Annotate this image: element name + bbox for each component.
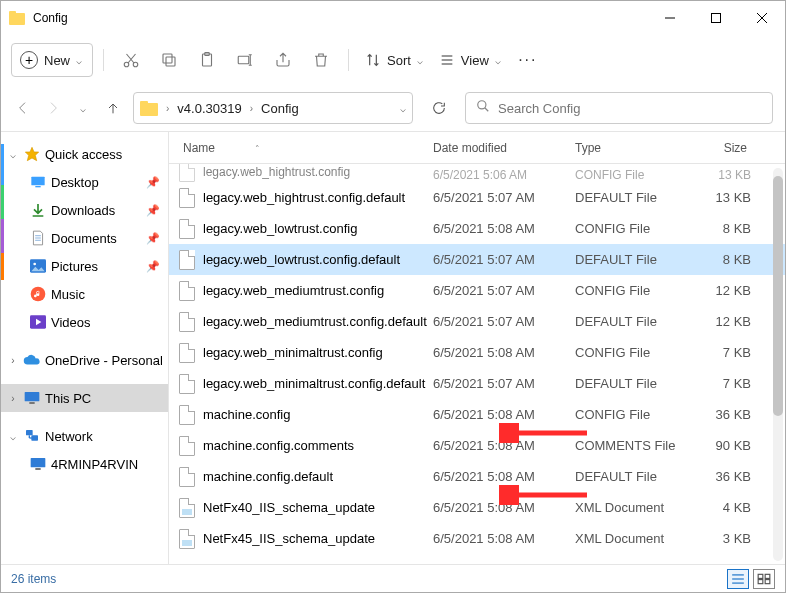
cut-button[interactable]: [114, 43, 148, 77]
breadcrumb[interactable]: v4.0.30319: [177, 101, 241, 116]
sidebar-network-computer[interactable]: 4RMINP4RVIN: [1, 450, 168, 478]
maximize-button[interactable]: [693, 1, 739, 35]
new-button[interactable]: + New ⌵: [11, 43, 93, 77]
minimize-button[interactable]: [647, 1, 693, 35]
recent-button[interactable]: ⌵: [73, 94, 93, 122]
rename-button[interactable]: [228, 43, 262, 77]
file-size: 13 KB: [697, 168, 751, 182]
document-icon: [29, 229, 47, 247]
file-row[interactable]: legacy.web_mediumtrust.config6/5/2021 5:…: [169, 275, 785, 306]
sidebar-quick-access[interactable]: ⌵ Quick access: [1, 140, 168, 168]
svg-rect-44: [758, 579, 763, 583]
forward-button[interactable]: [43, 94, 63, 122]
svg-point-14: [478, 101, 486, 109]
search-input[interactable]: [498, 101, 762, 116]
file-type: XML Document: [575, 500, 697, 515]
file-icon: [179, 436, 195, 456]
col-size[interactable]: Size: [697, 141, 763, 155]
file-date: 6/5/2021 5:07 AM: [433, 314, 575, 329]
file-row[interactable]: legacy.web_hightrust.config6/5/2021 5:06…: [169, 164, 785, 182]
file-list[interactable]: legacy.web_hightrust.config6/5/2021 5:06…: [169, 164, 785, 565]
refresh-button[interactable]: [423, 92, 455, 124]
details-view-button[interactable]: [727, 569, 749, 589]
thumbnails-view-button[interactable]: [753, 569, 775, 589]
sidebar-item-documents[interactable]: Documents 📌: [1, 224, 168, 252]
sidebar-this-pc[interactable]: › This PC: [1, 384, 168, 412]
sort-button[interactable]: Sort ⌵: [359, 43, 429, 77]
file-icon: [179, 219, 195, 239]
chevron-down-icon: ⌵: [417, 55, 423, 66]
file-row[interactable]: machine.config.default6/5/2021 5:08 AMDE…: [169, 461, 785, 492]
up-button[interactable]: [103, 94, 123, 122]
paste-button[interactable]: [190, 43, 224, 77]
delete-button[interactable]: [304, 43, 338, 77]
chevron-down-icon[interactable]: ⌵: [400, 103, 406, 114]
toolbar: + New ⌵ Sort ⌵ View ⌵ ···: [1, 35, 785, 85]
pin-icon: 📌: [146, 260, 160, 273]
sidebar-item-label: OneDrive - Personal: [45, 353, 163, 368]
breadcrumb[interactable]: Config: [261, 101, 299, 116]
file-icon: [179, 529, 195, 549]
sidebar-item-label: Quick access: [45, 147, 122, 162]
file-row[interactable]: legacy.web_minimaltrust.config6/5/2021 5…: [169, 337, 785, 368]
videos-icon: [29, 313, 47, 331]
file-row[interactable]: NetFx45_IIS_schema_update6/5/2021 5:08 A…: [169, 523, 785, 554]
file-size: 8 KB: [697, 252, 751, 267]
sidebar-item-label: Pictures: [51, 259, 98, 274]
sidebar: ⌵ Quick access Desktop 📌 Downloads 📌 Doc…: [1, 132, 169, 565]
scrollbar[interactable]: [773, 168, 783, 561]
svg-line-15: [485, 108, 489, 112]
sidebar-item-desktop[interactable]: Desktop 📌: [1, 168, 168, 196]
file-row[interactable]: machine.config6/5/2021 5:08 AMCONFIG Fil…: [169, 399, 785, 430]
file-row[interactable]: NetFx40_IIS_schema_update6/5/2021 5:08 A…: [169, 492, 785, 523]
chevron-right-icon: ›: [166, 103, 169, 114]
sidebar-item-pictures[interactable]: Pictures 📌: [1, 252, 168, 280]
more-button[interactable]: ···: [511, 43, 545, 77]
address-bar[interactable]: › v4.0.30319 › Config ⌵: [133, 92, 413, 124]
file-row[interactable]: legacy.web_lowtrust.config6/5/2021 5:08 …: [169, 213, 785, 244]
file-date: 6/5/2021 5:08 AM: [433, 407, 575, 422]
file-type: CONFIG File: [575, 345, 697, 360]
sidebar-item-downloads[interactable]: Downloads 📌: [1, 196, 168, 224]
file-type: CONFIG File: [575, 283, 697, 298]
close-button[interactable]: [739, 1, 785, 35]
back-button[interactable]: [13, 94, 33, 122]
svg-rect-33: [31, 458, 46, 467]
col-type[interactable]: Type: [575, 141, 697, 155]
sidebar-network[interactable]: ⌵ Network: [1, 422, 168, 450]
file-type: DEFAULT File: [575, 469, 697, 484]
share-button[interactable]: [266, 43, 300, 77]
title-bar: Config: [1, 1, 785, 35]
file-date: 6/5/2021 5:08 AM: [433, 500, 575, 515]
file-row[interactable]: legacy.web_lowtrust.config.default6/5/20…: [169, 244, 785, 275]
view-button[interactable]: View ⌵: [433, 43, 507, 77]
file-size: 36 KB: [697, 469, 751, 484]
pin-icon: 📌: [146, 204, 160, 217]
copy-button[interactable]: [152, 43, 186, 77]
sidebar-item-videos[interactable]: Videos: [1, 308, 168, 336]
file-type: CONFIG File: [575, 168, 697, 182]
new-label: New: [44, 53, 70, 68]
svg-rect-7: [163, 54, 172, 63]
file-pane: Name˄ Date modified Type Size legacy.web…: [169, 132, 785, 565]
svg-rect-27: [25, 392, 40, 401]
file-name: legacy.web_lowtrust.config: [203, 221, 357, 236]
chevron-down-icon: ⌵: [495, 55, 501, 66]
sort-label: Sort: [387, 53, 411, 68]
file-date: 6/5/2021 5:08 AM: [433, 531, 575, 546]
folder-icon: [140, 101, 158, 116]
sidebar-onedrive[interactable]: › OneDrive - Personal: [1, 346, 168, 374]
view-label: View: [461, 53, 489, 68]
search-box[interactable]: [465, 92, 773, 124]
file-row[interactable]: machine.config.comments6/5/2021 5:08 AMC…: [169, 430, 785, 461]
file-row[interactable]: legacy.web_minimaltrust.config.default6/…: [169, 368, 785, 399]
sidebar-item-music[interactable]: Music: [1, 280, 168, 308]
file-row[interactable]: legacy.web_hightrust.config.default6/5/2…: [169, 182, 785, 213]
col-date[interactable]: Date modified: [433, 141, 575, 155]
file-row[interactable]: legacy.web_mediumtrust.config.default6/5…: [169, 306, 785, 337]
sidebar-item-label: 4RMINP4RVIN: [51, 457, 138, 472]
scroll-thumb[interactable]: [773, 176, 783, 416]
pin-icon: 📌: [146, 232, 160, 245]
col-name[interactable]: Name˄: [183, 141, 433, 155]
svg-rect-10: [238, 56, 249, 64]
